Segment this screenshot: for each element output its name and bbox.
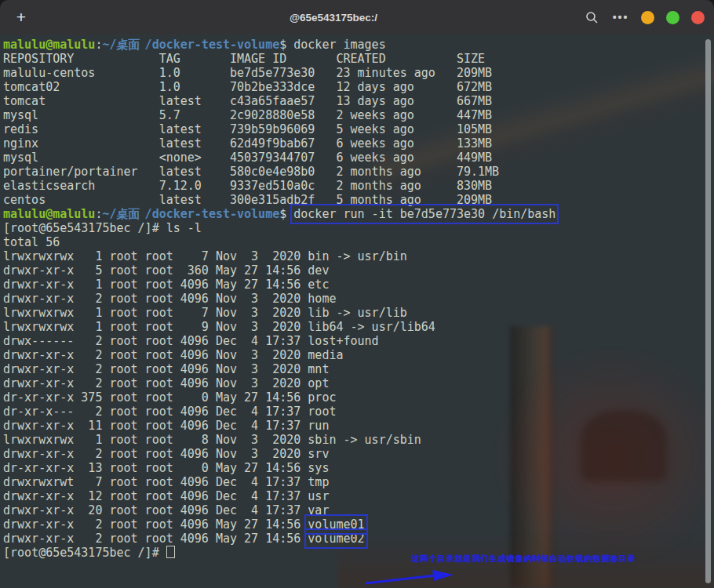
- terminal-line: [root@65e543175bec /]# ls -l: [3, 221, 556, 235]
- terminal-line: drwxr-xr-x 1 root root 4096 May 27 14:56…: [3, 278, 556, 292]
- highlight-box: docker run -it be7d5e773e30 /bin/bash: [293, 207, 556, 221]
- terminal-line: drwxr-xr-x 5 root root 360 May 27 14:56 …: [3, 263, 556, 278]
- highlight-box: volume02: [308, 532, 364, 546]
- terminal-line: mysql 5.7 2c9028880e58 2 weeks ago 447MB: [3, 108, 556, 122]
- terminal-line: drwxr-xr-x 2 root root 4096 May 27 14:56…: [3, 517, 556, 532]
- terminal-line: drwxr-xr-x 2 root root 4096 Nov 3 2020 o…: [3, 376, 556, 390]
- terminal-line: lrwxrwxrwx 1 root root 7 Nov 3 2020 lib …: [3, 306, 556, 320]
- terminal-line: redis latest 739b59b96069 5 weeks ago 10…: [3, 122, 556, 136]
- terminal-line: dr-xr-x--- 2 root root 4096 Dec 4 17:37 …: [3, 405, 556, 419]
- terminal-line: malulu@malulu:~/桌面/docker-test-volume$ d…: [3, 207, 556, 221]
- highlight-box: volume01: [308, 517, 364, 532]
- terminal-line: total 56: [3, 235, 556, 249]
- minimize-button[interactable]: [641, 11, 654, 24]
- close-button[interactable]: [691, 11, 705, 24]
- terminal-line: dr-xr-xr-x 13 root root 0 May 27 14:56 s…: [3, 461, 556, 475]
- terminal-window: + @65e543175bec:/ ••• malulu@malulu:~/桌面…: [0, 0, 714, 588]
- new-tab-button[interactable]: +: [11, 7, 31, 27]
- terminal-line: nginx latest 62d49f9bab67 6 weeks ago 13…: [3, 136, 556, 151]
- terminal-line: dr-xr-xr-x 375 root root 0 May 27 14:56 …: [3, 390, 556, 405]
- terminal-line: portainer/portainer latest 580c0e4e98b0 …: [3, 165, 556, 179]
- terminal-line: lrwxrwxrwx 1 root root 7 Nov 3 2020 bin …: [3, 249, 556, 263]
- terminal-line: elasticsearch 7.12.0 9337ed510a0c 2 mont…: [3, 179, 556, 193]
- wallpaper-rock: [581, 411, 667, 481]
- terminal-line: drwxr-xr-x 11 root root 4096 Dec 4 17:37…: [3, 419, 556, 433]
- terminal-line: drwxr-xr-x 2 root root 4096 Nov 3 2020 m…: [3, 348, 556, 362]
- terminal-cursor: [166, 546, 175, 558]
- terminal-line: drwx------ 2 root root 4096 Dec 4 17:37 …: [3, 334, 556, 348]
- terminal-line: tomcat latest c43a65faae57 13 days ago 6…: [3, 94, 556, 108]
- terminal-line: malulu-centos 1.0 be7d5e773e30 23 minute…: [3, 66, 556, 80]
- terminal-line: drwxrwxrwt 7 root root 4096 Dec 4 17:37 …: [3, 475, 556, 489]
- terminal-line: malulu@malulu:~/桌面/docker-test-volume$ d…: [3, 38, 556, 52]
- ellipsis-menu-icon[interactable]: •••: [612, 9, 629, 26]
- terminal-line: lrwxrwxrwx 1 root root 9 Nov 3 2020 lib6…: [3, 320, 556, 334]
- terminal-line: REPOSITORY TAG IMAGE ID CREATED SIZE: [3, 52, 556, 66]
- terminal-line: drwxr-xr-x 2 root root 4096 Nov 3 2020 m…: [3, 362, 556, 376]
- terminal-viewport[interactable]: malulu@malulu:~/桌面/docker-test-volume$ d…: [0, 34, 714, 588]
- terminal-line: drwxr-xr-x 2 root root 4096 Nov 3 2020 s…: [3, 447, 556, 461]
- annotation-note: 这两个目录就是我们生成镜像的时候自动挂载的数据卷目录: [411, 554, 636, 564]
- maximize-button[interactable]: [666, 11, 679, 24]
- search-icon[interactable]: [583, 9, 600, 26]
- terminal-output: malulu@malulu:~/桌面/docker-test-volume$ d…: [3, 38, 556, 560]
- terminal-line: tomcat02 1.0 70b2be333dce 12 days ago 67…: [3, 80, 556, 94]
- header-bar: + @65e543175bec:/ •••: [0, 0, 714, 35]
- terminal-line: drwxr-xr-x 12 root root 4096 Dec 4 17:37…: [3, 489, 556, 503]
- terminal-line: mysql <none> 450379344707 6 weeks ago 44…: [3, 151, 556, 165]
- terminal-line: drwxr-xr-x 20 root root 4096 Dec 4 17:37…: [3, 503, 556, 517]
- terminal-line: lrwxrwxrwx 1 root root 8 Nov 3 2020 sbin…: [3, 433, 556, 447]
- annotation-arrow-icon: [363, 568, 459, 588]
- terminal-line: drwxr-xr-x 2 root root 4096 May 27 14:56…: [3, 532, 556, 546]
- scrollbar[interactable]: [705, 39, 711, 583]
- terminal-line: drwxr-xr-x 2 root root 4096 Nov 3 2020 h…: [3, 292, 556, 306]
- window-title: @65e543175bec:/: [94, 0, 573, 34]
- terminal-line: centos latest 300e315adb2f 5 months ago …: [3, 193, 556, 207]
